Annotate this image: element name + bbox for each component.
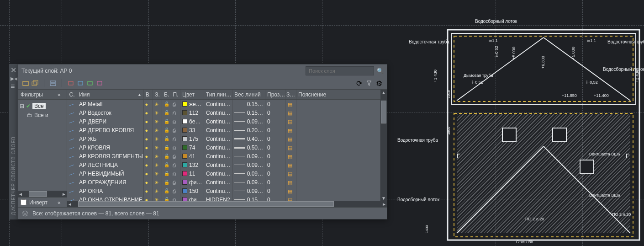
filter-new-button[interactable] (67, 79, 75, 87)
filter-invert-button[interactable] (95, 79, 104, 87)
layer-lineweight[interactable]: 0.09… (232, 169, 265, 178)
layer-linetype[interactable]: Continu… (204, 160, 232, 169)
layer-color[interactable]: 112 (180, 108, 204, 117)
printer-icon[interactable] (173, 136, 179, 142)
layer-name[interactable]: АР ОКНА (77, 187, 144, 195)
bulb-icon[interactable] (145, 162, 152, 168)
layer-name[interactable]: АР ДЕРЕВО КРОВЛЯ (77, 126, 144, 134)
sun-icon[interactable] (154, 144, 161, 151)
bulb-icon[interactable] (145, 179, 152, 186)
layer-transparency[interactable]: 0 (265, 108, 285, 117)
layer-description[interactable] (296, 178, 380, 187)
printer-icon[interactable] (173, 179, 179, 186)
layer-lineweight[interactable]: 0.50… (232, 143, 265, 152)
sun-icon[interactable] (154, 110, 161, 116)
pin-icon[interactable]: ▸◂ (11, 74, 16, 80)
bulb-icon[interactable] (145, 171, 152, 177)
printer-icon[interactable] (173, 110, 179, 116)
layer-lineweight[interactable]: 0.20… (232, 126, 265, 134)
col-lineweight[interactable]: Вес линий (232, 90, 265, 99)
layer-linetype[interactable]: Continu… (204, 169, 232, 178)
layer-name[interactable]: АР ОГРАЖДЕНИЯ (77, 178, 144, 187)
filter-group-button[interactable] (76, 79, 84, 87)
layer-row[interactable]: АР ОКНА🔓150Continu…0.09…0 (67, 187, 380, 195)
bulb-icon[interactable] (145, 153, 152, 160)
printer-icon[interactable] (173, 188, 179, 194)
settings-filter-button[interactable] (365, 79, 373, 87)
layer-transparency[interactable]: 0 (265, 178, 285, 187)
layer-color[interactable]: 33 (180, 126, 204, 134)
layer-color[interactable]: 41 (180, 152, 204, 160)
invert-filter-checkbox[interactable] (21, 199, 26, 205)
sun-icon[interactable] (154, 197, 161, 201)
newvp-icon[interactable] (288, 153, 294, 160)
collapse-icon[interactable]: « (58, 91, 64, 98)
filters-hscroll[interactable]: ◄► (18, 191, 67, 197)
sun-icon[interactable] (154, 136, 161, 142)
layer-lineweight[interactable]: 0.15… (232, 100, 265, 108)
layer-lineweight[interactable]: 0.40… (232, 134, 265, 143)
layer-description[interactable] (296, 152, 380, 160)
col-lock[interactable]: Б. (162, 90, 171, 99)
layer-linetype[interactable]: Continu… (204, 100, 232, 108)
newvp-icon[interactable] (288, 171, 294, 177)
layer-transparency[interactable]: 0 (265, 134, 285, 143)
filter-tree-item-used[interactable]: 🗀 Все и (19, 111, 66, 120)
sun-icon[interactable] (154, 101, 161, 107)
layer-linetype[interactable]: Continu… (204, 143, 232, 152)
layer-name[interactable]: АР ЛЕСТНИЦА (77, 160, 144, 169)
layer-row[interactable]: АР ЛЕСТНИЦА🔓132Continu…0.09…0 (67, 160, 380, 169)
printer-icon[interactable] (173, 171, 179, 177)
layer-color[interactable]: 132 (180, 160, 204, 169)
layer-transparency[interactable]: 0 (265, 187, 285, 195)
col-linetype[interactable]: Тип лин… (204, 90, 232, 99)
printer-icon[interactable] (173, 153, 179, 160)
new-layer-button[interactable] (21, 79, 30, 87)
layer-transparency[interactable]: 0 (265, 117, 285, 126)
layer-row[interactable]: АР ОГРАЖДЕНИЯ🔓фи…Continu…0.09…0 (67, 178, 380, 187)
layer-row[interactable]: АР ЖБ🔓175Continu…0.40…0 (67, 134, 380, 143)
layer-linetype[interactable]: Continu… (204, 134, 232, 143)
lock-icon[interactable]: 🔓 (164, 197, 169, 201)
layer-description[interactable] (296, 187, 380, 195)
col-freeze[interactable]: З. (153, 90, 162, 99)
lock-icon[interactable]: 🔓 (164, 154, 169, 159)
newvp-icon[interactable] (288, 179, 294, 186)
layer-linetype[interactable]: Continu… (204, 108, 232, 117)
refresh-button[interactable]: ⟳ (355, 79, 363, 87)
printer-icon[interactable] (173, 197, 179, 201)
layer-linetype[interactable]: Continu… (204, 152, 232, 160)
filters-tree[interactable]: ⊟ ✔ Все 🗀 Все и (18, 100, 67, 191)
col-transparency[interactable]: Проз… (265, 90, 285, 99)
lock-icon[interactable]: 🔓 (164, 162, 169, 167)
newvp-icon[interactable] (288, 197, 294, 201)
lock-icon[interactable]: 🔓 (164, 102, 169, 107)
layer-linetype[interactable]: HIDDEN2 (204, 195, 232, 201)
bulb-icon[interactable] (145, 144, 152, 151)
layer-name[interactable]: АР КРОВЛЯ ЭЛЕМЕНТЫ (77, 152, 144, 160)
grid-hscroll[interactable]: ◄► (67, 201, 387, 207)
layer-lineweight[interactable]: 0.09… (232, 160, 265, 169)
col-plot[interactable]: П. (171, 90, 180, 99)
layer-description[interactable] (296, 108, 380, 117)
layer-name[interactable]: АР НЕВИДИМЫЙ (77, 169, 144, 178)
layer-row[interactable]: АР КРОВЛЯ🔓74Continu…0.50…0 (67, 143, 380, 152)
bulb-icon[interactable] (145, 110, 152, 116)
layer-row[interactable]: АР Водосток🔓112Continu…0.15…0 (67, 108, 380, 117)
layer-color[interactable]: 150 (180, 187, 204, 195)
printer-icon[interactable] (173, 127, 179, 134)
bulb-icon[interactable] (145, 127, 152, 134)
layer-description[interactable] (296, 117, 380, 126)
bulb-icon[interactable] (145, 197, 152, 201)
lock-icon[interactable]: 🔓 (164, 188, 169, 193)
newvp-icon[interactable] (288, 162, 294, 168)
layer-name[interactable]: АР ОКНА ОТКРЫВАНИЕ (77, 195, 144, 201)
layer-row[interactable]: АР ОКНА ОТКРЫВАНИЕ🔓фи…HIDDEN20.15…0 (67, 195, 380, 201)
newvp-icon[interactable] (288, 118, 294, 125)
sun-icon[interactable] (154, 127, 161, 134)
layer-lineweight[interactable]: 0.15… (232, 108, 265, 117)
bulb-icon[interactable] (145, 136, 152, 142)
layer-row[interactable]: АР Metall🔓же…Continu…0.15…0 (67, 100, 380, 108)
bulb-icon[interactable] (145, 101, 152, 107)
col-on[interactable]: В. (144, 90, 153, 99)
